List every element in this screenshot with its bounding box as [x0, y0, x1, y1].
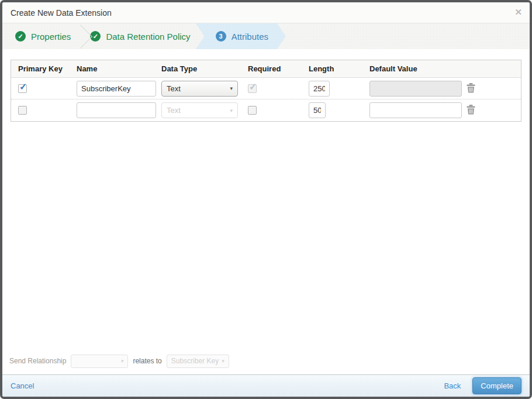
required-checkbox[interactable]: ✓ — [248, 106, 257, 115]
wizard-step-bar: ✓ Properties ✓ Data Retention Policy 3 A… — [2, 23, 530, 49]
delete-row-button[interactable] — [465, 104, 476, 116]
send-relationship-row: Send Relationship ▾ relates to Subscribe… — [2, 348, 530, 374]
column-header-data-type: Data Type — [154, 64, 241, 73]
data-type-selected-value: Text — [167, 84, 181, 93]
chevron-down-icon: ▾ — [222, 358, 224, 364]
complete-button[interactable]: Complete — [472, 377, 521, 394]
chevron-down-icon: ▾ — [230, 85, 233, 91]
data-type-select[interactable]: Text ▾ — [161, 81, 238, 97]
column-header-length: Length — [302, 64, 362, 73]
delete-row-button[interactable] — [465, 82, 476, 94]
column-header-required: Required — [241, 64, 302, 73]
column-header-default-value: Default Value — [362, 64, 463, 73]
close-icon[interactable]: ✕ — [514, 7, 522, 18]
default-value-input — [369, 81, 462, 97]
wizard-step-attributes[interactable]: 3 Attributes — [196, 23, 286, 49]
column-header-primary-key: Primary Key — [11, 64, 70, 73]
back-link[interactable]: Back — [444, 381, 461, 390]
dialog-footer: Cancel Back Complete — [2, 374, 530, 397]
trash-icon — [467, 105, 475, 115]
wizard-step-properties[interactable]: ✓ Properties — [2, 23, 78, 49]
field-name-input[interactable] — [77, 81, 156, 97]
field-name-input[interactable] — [77, 102, 156, 118]
attributes-table: Primary Key Name Data Type Required Leng… — [11, 60, 521, 122]
chevron-down-icon: ▾ — [121, 358, 124, 364]
attributes-table-header: Primary Key Name Data Type Required Leng… — [11, 60, 521, 78]
send-relationship-select: ▾ — [71, 355, 128, 368]
check-icon: ✓ — [15, 31, 26, 42]
dialog-titlebar: Create New Data Extension ✕ — [2, 2, 530, 23]
wizard-step-label: Attributes — [232, 32, 268, 42]
dialog-content: Primary Key Name Data Type Required Leng… — [2, 49, 530, 374]
length-input[interactable] — [309, 102, 326, 118]
chevron-down-icon: ▾ — [230, 108, 233, 113]
cancel-link[interactable]: Cancel — [11, 381, 34, 390]
required-checkbox: ✓ — [248, 84, 257, 93]
data-type-selected-value: Text — [167, 106, 181, 115]
check-icon: ✓ — [249, 81, 257, 92]
send-relationship-label: Send Relationship — [9, 357, 66, 365]
dialog-title: Create New Data Extension — [11, 8, 112, 18]
attribute-row: ✓ Text ▾ ✓ — [11, 99, 521, 121]
relates-to-label: relates to — [133, 357, 161, 365]
trash-icon — [467, 83, 475, 93]
length-input[interactable] — [309, 81, 330, 97]
wizard-step-data-retention-policy[interactable]: ✓ Data Retention Policy — [83, 23, 197, 49]
column-header-name: Name — [70, 64, 154, 73]
relates-to-field-select: Subscriber Key ▾ — [167, 355, 229, 368]
primary-key-checkbox[interactable]: ✓ — [18, 106, 27, 115]
relates-to-selected-value: Subscriber Key — [171, 357, 219, 365]
create-data-extension-dialog: Create New Data Extension ✕ ✓ Properties… — [0, 0, 532, 399]
wizard-step-label: Properties — [31, 32, 71, 42]
check-icon: ✓ — [19, 81, 27, 92]
wizard-step-label: Data Retention Policy — [106, 32, 190, 42]
data-type-select: Text ▾ — [161, 102, 238, 118]
attribute-row: ✓ Text ▾ ✓ — [11, 78, 521, 99]
primary-key-checkbox[interactable]: ✓ — [18, 84, 27, 93]
default-value-input[interactable] — [369, 102, 462, 118]
step-number-badge: 3 — [216, 31, 226, 42]
